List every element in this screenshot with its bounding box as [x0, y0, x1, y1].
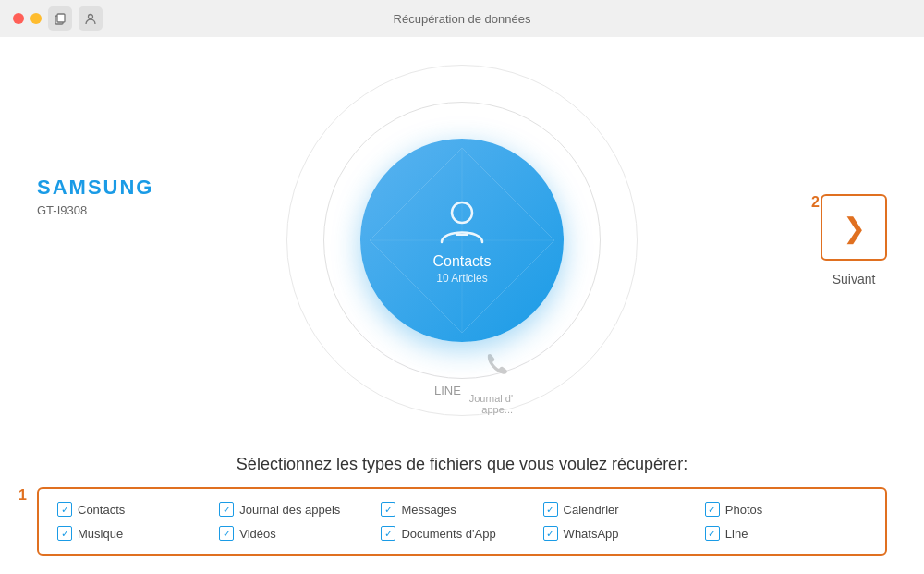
file-type-documents[interactable]: ✓ Documents d'App: [381, 526, 542, 541]
checkmark-icon: ✓: [61, 505, 69, 515]
checkmark-icon: ✓: [708, 529, 716, 539]
checkbox-musique[interactable]: ✓: [57, 526, 72, 541]
file-type-label-musique: Musique: [78, 527, 123, 541]
svg-line-4: [462, 240, 554, 333]
file-type-label-contacts: Contacts: [78, 503, 125, 517]
checkmark-icon: ✓: [223, 529, 231, 539]
file-type-whatsapp[interactable]: ✓ WhatsApp: [543, 526, 705, 541]
file-type-label-journal: Journal des appels: [239, 503, 340, 517]
title-bar: Récupération de données: [0, 0, 924, 37]
profile-icon[interactable]: [79, 6, 103, 31]
checkmark-icon: ✓: [384, 505, 393, 515]
file-type-contacts[interactable]: ✓ Contacts: [57, 502, 219, 517]
file-type-label-videos: Vidéos: [239, 527, 276, 541]
next-button[interactable]: ❯: [821, 194, 887, 261]
checkmark-icon: ✓: [223, 505, 231, 515]
file-type-label-documents: Documents d'App: [401, 527, 495, 541]
file-type-label-messages: Messages: [401, 503, 456, 517]
main-content: SAMSUNG GT-I9308 LINE Journal d' appe...: [0, 37, 924, 574]
selection-area: Sélectionnez les types de fichiers que v…: [0, 455, 924, 574]
checkbox-whatsapp[interactable]: ✓: [543, 526, 558, 541]
step-number-1: 1: [18, 487, 27, 504]
phone-float-icon: [482, 351, 508, 382]
checkmark-icon: ✓: [546, 529, 554, 539]
checkmark-icon: ✓: [384, 529, 393, 539]
person-icon: [436, 196, 488, 248]
file-types-row-2: ✓ Musique ✓ Vidéos ✓ Documents d'App ✓ W…: [57, 526, 867, 541]
step-number-2: 2: [811, 194, 820, 211]
file-type-journal[interactable]: ✓ Journal des appels: [219, 502, 381, 517]
line-float-label: LINE: [434, 384, 461, 397]
next-button-label: Suivant: [833, 272, 876, 287]
svg-line-5: [370, 240, 462, 333]
minimize-button[interactable]: [30, 13, 42, 24]
main-circle: Contacts 10 Articles: [360, 139, 564, 342]
svg-point-2: [89, 15, 93, 19]
window-controls: [13, 6, 103, 31]
brand-name: SAMSUNG: [37, 176, 153, 200]
checkbox-contacts[interactable]: ✓: [57, 502, 72, 517]
file-type-calendrier[interactable]: ✓ Calendrier: [543, 502, 705, 517]
file-type-label-line: Line: [725, 527, 748, 541]
journal-float-label: Journal d' appe...: [469, 393, 513, 415]
window-title: Récupération de données: [394, 12, 531, 26]
file-type-label-photos: Photos: [725, 503, 762, 517]
checkbox-messages[interactable]: ✓: [381, 502, 395, 517]
checkbox-journal[interactable]: ✓: [219, 502, 234, 517]
file-types-row-1: ✓ Contacts ✓ Journal des appels ✓ Messag…: [57, 502, 867, 517]
file-types-box: 1 ✓ Contacts ✓ Journal des appels ✓ Mess…: [37, 487, 887, 556]
brand-area: SAMSUNG GT-I9308: [37, 176, 153, 217]
visualization-area: LINE Journal d' appe...: [268, 65, 656, 416]
svg-point-9: [452, 202, 472, 223]
file-type-label-calendrier: Calendrier: [564, 503, 619, 517]
checkbox-videos[interactable]: ✓: [219, 526, 234, 541]
file-type-label-whatsapp: WhatsApp: [564, 527, 619, 541]
checkmark-icon: ✓: [708, 505, 716, 515]
svg-rect-1: [57, 14, 65, 22]
file-type-videos[interactable]: ✓ Vidéos: [219, 526, 381, 541]
file-type-musique[interactable]: ✓ Musique: [57, 526, 219, 541]
selection-title: Sélectionnez les types de fichiers que v…: [37, 455, 887, 474]
file-type-messages[interactable]: ✓ Messages: [381, 502, 542, 517]
chevron-right-icon: ❯: [843, 212, 866, 244]
file-type-photos[interactable]: ✓ Photos: [705, 502, 867, 517]
next-button-area: 2 ❯ Suivant: [821, 194, 887, 287]
checkbox-calendrier[interactable]: ✓: [543, 502, 558, 517]
checkbox-documents[interactable]: ✓: [381, 526, 395, 541]
checkbox-photos[interactable]: ✓: [705, 502, 720, 517]
checkmark-icon: ✓: [61, 529, 69, 539]
file-type-line[interactable]: ✓ Line: [705, 526, 867, 541]
checkbox-line[interactable]: ✓: [705, 526, 720, 541]
close-button[interactable]: [13, 13, 24, 24]
checkmark-icon: ✓: [546, 505, 554, 515]
device-model: GT-I9308: [37, 203, 153, 217]
copy-icon[interactable]: [48, 6, 72, 31]
